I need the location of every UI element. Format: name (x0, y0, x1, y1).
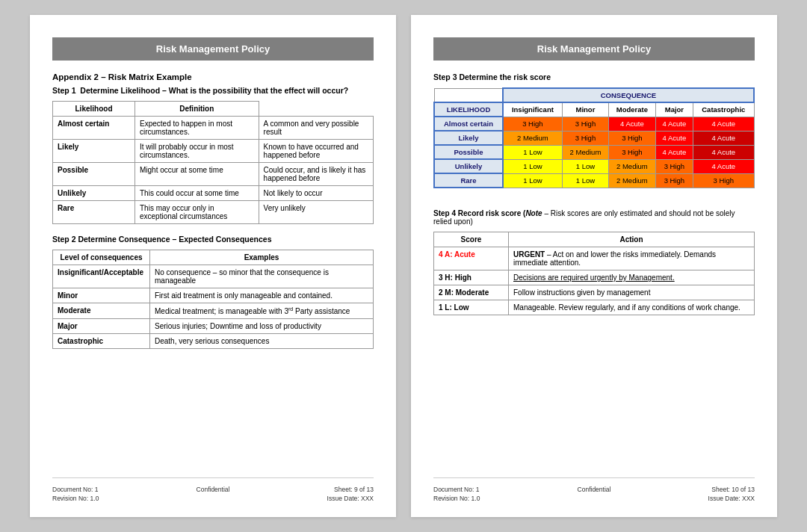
matrix-cell: 3 High (655, 159, 693, 173)
right-page: Risk Management Policy Step 3 Determine … (411, 15, 777, 517)
likelihood-row: Almost certainExpected to happen in most… (53, 117, 374, 140)
consequence-row: Insignificant/AcceptableNo consequence –… (53, 265, 374, 288)
matrix-row: Possible1 Low2 Medium3 High4 Acute4 Acut… (434, 145, 754, 159)
matrix-cell: 1 Low (503, 159, 562, 173)
footer-sheet: Sheet: 9 of 13 (327, 486, 374, 493)
col-insignificant: Insignificant (503, 102, 562, 117)
matrix-cell: 3 High (503, 117, 562, 131)
matrix-cell: 3 High (609, 131, 656, 145)
step3-em: Step 3 Determine the risk score (433, 72, 551, 81)
score-label: 4 A: Acute (434, 247, 509, 270)
action-col-header: Action (509, 232, 755, 247)
likelihood-desc: Might occur at some time (135, 163, 259, 186)
col-moderate: Moderate (609, 102, 656, 117)
matrix-cell: 4 Acute (693, 145, 754, 159)
consequence-table: Level of consequences Examples Insignifi… (52, 250, 374, 349)
likelihood-row: PossibleMight occur at some timeCould oc… (53, 163, 374, 186)
likelihood-name: Almost certain (53, 117, 135, 140)
col-catastrophic: Catastrophic (693, 102, 754, 117)
consequence-row: ModerateMedical treatment; is manageable… (53, 303, 374, 319)
consequence-row: MinorFirst aid treatment is only managea… (53, 288, 374, 303)
matrix-cell: 4 Acute (655, 145, 693, 159)
step3-label: Step 3 Determine the risk score (433, 72, 755, 81)
score-table: Score Action 4 A: AcuteURGENT – Act on a… (433, 232, 755, 315)
consequence-row: MajorSerious injuries; Downtime and loss… (53, 319, 374, 334)
matrix-cell: 4 Acute (655, 117, 693, 131)
consequence-level: Major (53, 319, 150, 334)
likelihood-desc: This could occur at some time (135, 186, 259, 201)
level-col-header: Level of consequences (53, 250, 150, 265)
risk-matrix-table: CONSEQUENCE LIKELIHOOD Insignificant Min… (433, 87, 755, 188)
score-row: 1 L: LowManageable. Review regularly, an… (434, 300, 755, 315)
matrix-likelihood: Almost certain (434, 117, 503, 131)
matrix-likelihood: Unlikely (434, 159, 503, 173)
likelihood-desc: It will probably occur in most circumsta… (135, 140, 259, 163)
likelihood-def: Could occur, and is likely it has happen… (259, 163, 373, 186)
matrix-row: Rare1 Low1 Low2 Medium3 High3 High (434, 173, 754, 188)
score-label: 3 H: High (434, 270, 509, 285)
matrix-cell: 1 Low (503, 145, 562, 159)
matrix-cell: 3 High (609, 145, 656, 159)
likelihood-def: Known to have occurred and happened befo… (259, 140, 373, 163)
matrix-cell: 1 Low (562, 159, 608, 173)
consequence-level: Insignificant/Acceptable (53, 265, 150, 288)
matrix-cell: 1 Low (562, 173, 608, 188)
matrix-likelihood: Likely (434, 131, 503, 145)
score-row: 3 H: HighDecisions are required urgently… (434, 270, 755, 285)
likelihood-name: Likely (53, 140, 135, 163)
step4-label: Step 4 Record risk score (Note (433, 209, 542, 217)
consequence-level: Minor (53, 288, 150, 303)
consequence-header: CONSEQUENCE (503, 88, 754, 102)
matrix-cell: 3 High (655, 173, 693, 188)
matrix-row: Likely2 Medium3 High3 High4 Acute4 Acute (434, 131, 754, 145)
likelihood-def: A common and very possible result (259, 117, 373, 140)
footer-confidential: Confidential (197, 486, 230, 493)
consequence-example: First aid treatment is only manageable a… (150, 288, 374, 303)
likelihood-desc: This may occur only in exceptional circu… (135, 201, 259, 224)
footer-right: Sheet: 9 of 13 Issue Date: XXX (327, 486, 374, 502)
likelihood-header: LIKELIHOOD (434, 102, 503, 117)
likelihood-row: LikelyIt will probably occur in most cir… (53, 140, 374, 163)
likelihood-col-header: Likelihood (53, 102, 135, 117)
footer-rev: Revision No: 1.0 (52, 495, 99, 502)
footer-issue: Issue Date: XXX (327, 495, 374, 502)
likelihood-def: Not likely to occur (259, 186, 373, 201)
matrix-cell: 4 Acute (693, 159, 754, 173)
likelihood-row: RareThis may occur only in exceptional c… (53, 201, 374, 224)
matrix-cell: 1 Low (503, 173, 562, 188)
matrix-cell: 4 Acute (609, 117, 656, 131)
footer-center: Confidential (197, 486, 230, 502)
left-page-header: Risk Management Policy (52, 37, 374, 61)
matrix-likelihood: Rare (434, 173, 503, 188)
consequence-row: CatastrophicDeath, very serious conseque… (53, 334, 374, 349)
appendix-title: Appendix 2 – Risk Matrix Example (52, 72, 374, 81)
consequence-example: Medical treatment; is manageable with 3r… (150, 303, 374, 319)
matrix-cell: 4 Acute (693, 117, 754, 131)
step2-em: Step 2 Determine Consequence (52, 235, 170, 244)
score-action: Decisions are required urgently by Manag… (509, 270, 755, 285)
score-label: 2 M: Moderate (434, 285, 509, 300)
examples-col-header: Examples (150, 250, 374, 265)
matrix-cell: 3 High (562, 131, 608, 145)
consequence-example: No consequence – so minor that the conse… (150, 265, 374, 288)
definition-col-header: Definition (135, 102, 259, 117)
right-page-header: Risk Management Policy (433, 37, 755, 61)
score-col-header: Score (434, 232, 509, 247)
likelihood-name: Unlikely (53, 186, 135, 201)
col-major: Major (655, 102, 693, 117)
footer-rev: Revision No: 1.0 (433, 495, 480, 502)
footer-left: Document No: 1 Revision No: 1.0 (52, 486, 99, 502)
risk-matrix-wrapper: CONSEQUENCE LIKELIHOOD Insignificant Min… (433, 87, 755, 199)
matrix-row: Unlikely1 Low1 Low2 Medium3 High4 Acute (434, 159, 754, 173)
score-action: URGENT – Act on and lower the risks imme… (509, 247, 755, 270)
step4-note: Step 4 Record risk score (Note – Risk sc… (433, 209, 755, 226)
right-page-footer: Document No: 1 Revision No: 1.0 Confiden… (433, 477, 755, 502)
footer-doc: Document No: 1 (52, 486, 99, 493)
matrix-likelihood: Possible (434, 145, 503, 159)
matrix-cell: 2 Medium (562, 145, 608, 159)
footer-left: Document No: 1 Revision No: 1.0 (433, 486, 480, 502)
col-minor: Minor (562, 102, 608, 117)
likelihood-name: Possible (53, 163, 135, 186)
score-action: Follow instructions given by management (509, 285, 755, 300)
matrix-cell: 4 Acute (693, 131, 754, 145)
